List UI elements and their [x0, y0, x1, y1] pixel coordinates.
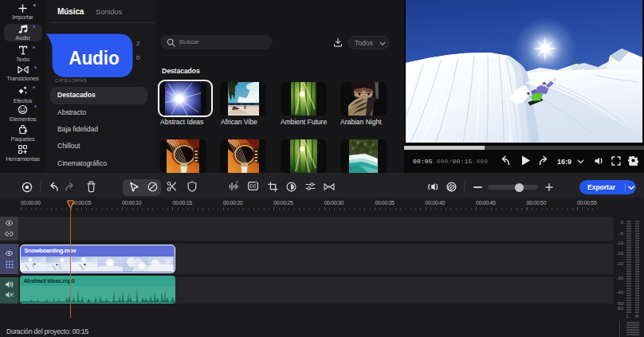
svg-text:Audio: Audio [69, 47, 120, 68]
